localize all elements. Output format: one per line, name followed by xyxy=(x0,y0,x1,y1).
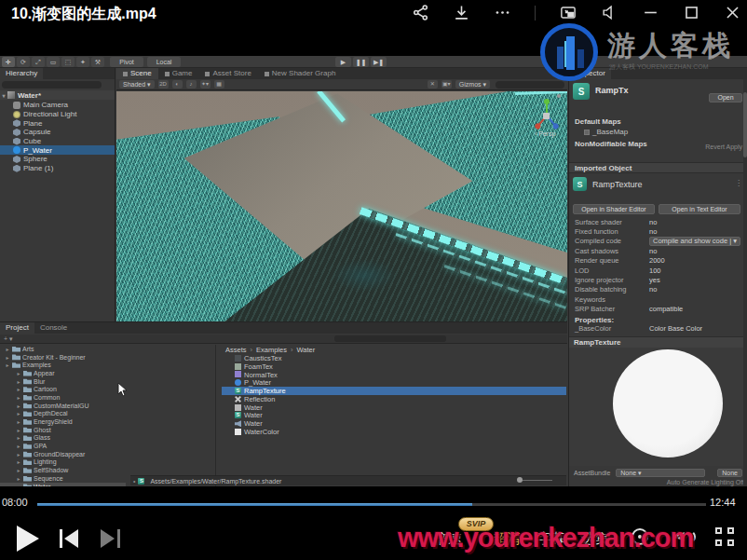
foldout-arrow-icon[interactable]: ▸ xyxy=(16,418,21,425)
open-button[interactable]: Open xyxy=(709,93,742,102)
project-folder-row[interactable]: ▸ SelfShadow xyxy=(0,466,215,474)
share-icon[interactable] xyxy=(412,4,429,21)
breadcrumb-item[interactable]: Water xyxy=(289,346,317,354)
scrollbar-thumb[interactable] xyxy=(743,92,747,157)
scene-view-tab[interactable]: New Shader Graph xyxy=(258,68,342,79)
foldout-arrow-icon[interactable]: ▸ xyxy=(5,362,10,368)
project-folder-row[interactable]: ▸ Examples xyxy=(0,361,215,369)
project-file-row[interactable]: WaterColor xyxy=(222,428,566,436)
project-file-row[interactable]: FoamTex xyxy=(222,362,566,371)
foldout-arrow-icon[interactable]: ▸ xyxy=(16,403,21,409)
scene-view-tab[interactable]: Game xyxy=(158,68,199,79)
gizmos-dropdown[interactable]: Gizmos ▾ xyxy=(455,80,490,89)
project-search-input[interactable] xyxy=(334,335,446,342)
hierarchy-item[interactable]: Directional Light xyxy=(0,110,115,119)
hierarchy-item[interactable]: Cube xyxy=(0,137,115,146)
render-mode-dropdown[interactable]: Shaded ▾ xyxy=(119,80,155,89)
foldout-arrow-icon[interactable]: ▸ xyxy=(5,346,10,352)
progress-bar[interactable] xyxy=(37,503,706,506)
project-folder-row[interactable]: ▸ CustomMaterialGU xyxy=(0,402,215,410)
hierarchy-item[interactable]: Main Camera xyxy=(0,101,115,110)
property-value[interactable]: no xyxy=(649,247,657,255)
pause-button-unity[interactable]: ❚❚ xyxy=(353,57,369,67)
project-file-row[interactable]: CausticsTex xyxy=(222,354,566,362)
tool-settings-icon[interactable]: ✕ xyxy=(428,80,438,89)
audio-toggle-icon[interactable]: ♪ xyxy=(186,80,197,89)
project-file-row[interactable]: RampTexture xyxy=(222,387,566,395)
project-folder-row[interactable]: ▸ Blur xyxy=(0,377,215,386)
hierarchy-tab[interactable]: Hierarchy xyxy=(0,68,43,79)
slider-knob[interactable] xyxy=(517,477,523,483)
transform-tool-icon[interactable]: ⬚ xyxy=(61,57,75,67)
perspective-label[interactable]: ‹ Persp xyxy=(515,130,567,137)
property-value[interactable]: 2000 xyxy=(649,256,665,265)
revert-apply-buttons[interactable]: Revert Apply xyxy=(705,143,742,150)
picture-in-picture-icon[interactable] xyxy=(559,4,577,21)
property-value[interactable]: no xyxy=(649,227,657,236)
rotate-tool-icon[interactable]: ⟳ xyxy=(17,57,30,67)
rect-tool-icon[interactable]: ▭ xyxy=(47,57,60,67)
project-file-row[interactable]: NormalTex xyxy=(222,371,566,379)
hierarchy-scene-row[interactable]: ▾ Water* xyxy=(0,90,115,100)
project-folder-row[interactable]: ▸ Ghost xyxy=(0,426,215,434)
project-file-row[interactable]: Reflection xyxy=(222,395,566,403)
more-icon[interactable] xyxy=(494,4,511,21)
minimize-icon[interactable] xyxy=(642,4,659,21)
hierarchy-item[interactable]: Capsule xyxy=(0,128,115,137)
local-button[interactable]: Local xyxy=(147,57,181,67)
thumbnail-size-slider[interactable] xyxy=(519,480,552,481)
scene-view-tab[interactable]: Scene xyxy=(116,68,158,79)
scene-search-input[interactable] xyxy=(496,81,564,89)
hierarchy-item[interactable]: Plane (1) xyxy=(0,164,115,173)
foldout-arrow-icon[interactable]: ▸ xyxy=(16,427,21,433)
project-folder-row[interactable]: ▸ EnergyShield xyxy=(0,417,215,426)
hierarchy-item[interactable]: P_Water xyxy=(0,145,115,155)
fullscreen-icon[interactable] xyxy=(715,527,734,546)
scene-view-tab[interactable]: Asset Store xyxy=(198,68,257,79)
project-folder-row[interactable]: ▸ GroundDisappear xyxy=(0,450,215,458)
effects-dropdown-icon[interactable]: ✦▾ xyxy=(200,80,211,89)
property-value[interactable]: yes xyxy=(649,276,660,284)
create-asset-plus-icon[interactable]: + ▾ xyxy=(4,335,13,343)
foldout-arrow-icon[interactable]: ▸ xyxy=(16,467,21,473)
project-folder-row[interactable]: ▸ GPA xyxy=(0,442,215,450)
foldout-arrow-icon[interactable]: ▸ xyxy=(16,434,21,441)
lighting-toggle-icon[interactable]: ◐ xyxy=(172,80,183,89)
play-button-unity[interactable]: ▶ xyxy=(335,57,351,67)
play-button[interactable] xyxy=(17,526,39,552)
foldout-arrow-icon[interactable]: ▸ xyxy=(16,475,21,482)
foldout-arrow-icon[interactable]: ▾ xyxy=(0,92,7,99)
project-folder-row[interactable]: ▸ Glass xyxy=(0,434,215,443)
move-tool-icon[interactable]: ✛ xyxy=(2,57,15,67)
foldout-arrow-icon[interactable]: ▸ xyxy=(16,443,21,449)
maximize-icon[interactable] xyxy=(683,4,700,21)
property-value[interactable]: Compile and show code | ▾ xyxy=(649,237,740,246)
wrench-tool-icon[interactable]: ⚒ xyxy=(91,57,104,67)
gizmo-center-cube[interactable] xyxy=(543,113,550,119)
project-folder-row[interactable]: ▸ Arts xyxy=(0,345,215,353)
project-folder-row[interactable]: ▸ DepthDecal xyxy=(0,410,215,418)
project-panel-tab[interactable]: Console xyxy=(34,322,73,334)
project-file-row[interactable]: Water xyxy=(222,403,566,412)
hierarchy-item[interactable]: Plane xyxy=(0,118,115,128)
project-folder-row[interactable]: ▸ Lighting xyxy=(0,458,215,467)
breadcrumb-item[interactable]: Assets xyxy=(224,346,249,354)
2d-toggle[interactable]: 2D xyxy=(158,80,169,89)
pivot-button[interactable]: Pivot xyxy=(110,57,143,67)
foldout-arrow-icon[interactable]: ▸ xyxy=(16,386,21,392)
hierarchy-search-input[interactable] xyxy=(2,81,102,89)
breadcrumb-item[interactable]: Examples xyxy=(249,346,289,354)
foldout-arrow-icon[interactable]: ▸ xyxy=(16,410,21,417)
download-icon[interactable] xyxy=(453,4,470,21)
foldout-arrow-icon[interactable]: ▸ xyxy=(16,394,21,401)
open-in-shader-editor-button[interactable]: Open in Shader Editor xyxy=(573,204,655,214)
property-value[interactable]: compatible xyxy=(649,305,683,313)
assetbundle-variant-dropdown[interactable]: None xyxy=(717,469,742,477)
camera-dropdown-icon[interactable]: ▣▾ xyxy=(441,80,452,89)
project-folder-row[interactable]: ▸ Appear xyxy=(0,369,215,377)
step-button-unity[interactable]: ▶❚ xyxy=(371,57,387,67)
project-folder-row[interactable]: ▸ Cartoon xyxy=(0,385,215,393)
foldout-arrow-icon[interactable]: ▸ xyxy=(5,354,10,361)
custom-tool-icon[interactable]: ✦ xyxy=(76,57,89,67)
foldout-arrow-icon[interactable]: ▸ xyxy=(16,370,21,376)
